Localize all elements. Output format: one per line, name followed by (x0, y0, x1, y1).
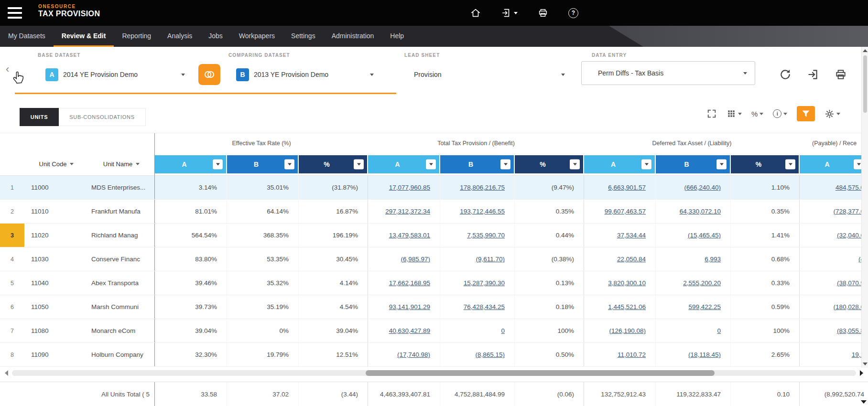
value-link-cell[interactable]: 64,330,072.10 (656, 200, 731, 223)
value-link-cell[interactable]: 17,077,960.85 (368, 176, 440, 199)
unit-code-cell[interactable]: 11020 (24, 224, 88, 247)
info-icon[interactable]: i (773, 109, 787, 118)
scroll-up-icon[interactable] (863, 49, 868, 52)
value-link-cell[interactable]: 40,630,427.89 (368, 319, 440, 342)
value-link-cell[interactable]: (15,465.45) (656, 224, 731, 247)
column-header-pct[interactable]: % (299, 155, 368, 173)
comparing-dataset-select[interactable]: B 2013 YE Provision Demo (236, 64, 374, 85)
page-scroll-down-icon[interactable] (861, 400, 867, 404)
column-menu-button[interactable] (500, 159, 510, 169)
value-link-cell[interactable]: 599,422.25 (656, 295, 731, 319)
value-link-cell[interactable]: (666,240.40) (656, 176, 731, 199)
nav-item-administration[interactable]: Administration (324, 26, 382, 47)
help-icon[interactable]: ? (568, 8, 578, 18)
unit-name-cell[interactable]: Conserve Financ (88, 247, 155, 271)
tab-sub-consolidations[interactable]: SUB-CONSOLIDATIONS (59, 108, 146, 126)
column-menu-button[interactable] (641, 159, 651, 169)
value-link-cell[interactable]: 1,445,521.06 (584, 295, 656, 319)
table-row[interactable]: 611050Marsh Communi39.73%35.19%4.54%93,1… (0, 295, 868, 319)
lead-sheet-select[interactable]: Provision (414, 64, 565, 85)
value-link-cell[interactable]: 2,555,200.20 (656, 271, 731, 295)
data-entry-select[interactable]: Perm Diffs - Tax Basis (581, 61, 755, 85)
value-link-cell[interactable]: 22,050.84 (584, 247, 656, 271)
column-menu-button[interactable] (426, 159, 436, 169)
value-link-cell[interactable]: (83,055.8 (800, 319, 868, 342)
nav-item-my-datasets[interactable]: My Datasets (0, 26, 54, 47)
value-link-cell[interactable]: 19,1 (800, 343, 868, 366)
value-link-cell[interactable]: (126,190.08) (584, 319, 656, 342)
column-header-b[interactable]: B (227, 155, 299, 173)
value-link-cell[interactable]: (4 (800, 247, 868, 271)
nav-item-review-edit[interactable]: Review & Edit (54, 26, 114, 47)
value-link-cell[interactable]: (17,740.98) (368, 343, 440, 366)
column-header-b[interactable]: B (656, 155, 731, 173)
value-link-cell[interactable]: 7,535,990.70 (440, 224, 515, 247)
filter-sort-button[interactable] (797, 106, 815, 121)
column-header-pct[interactable]: % (731, 155, 800, 173)
table-row[interactable]: 511040Abex Transporta39.46%35.32%4.14%17… (0, 271, 868, 295)
value-link-cell[interactable]: 6,993 (656, 247, 731, 271)
unit-code-header[interactable]: Unit Code (24, 153, 88, 176)
unit-name-cell[interactable]: Frankfurt Manufa (88, 200, 155, 223)
column-menu-button[interactable] (354, 159, 364, 169)
scrollbar-thumb[interactable] (366, 370, 715, 376)
value-link-cell[interactable]: 3,820,300.10 (584, 271, 656, 295)
unit-code-cell[interactable]: 11090 (24, 343, 88, 366)
value-link-cell[interactable]: (18,118.45) (656, 343, 731, 366)
column-header-pct[interactable]: % (515, 155, 584, 173)
value-link-cell[interactable]: 11,010.72 (584, 343, 656, 366)
table-row[interactable]: 711080Monarch eCom39.04%0%39.04%40,630,4… (0, 319, 868, 343)
column-header-b[interactable]: B (440, 155, 515, 173)
value-link-cell[interactable]: 0 (440, 319, 515, 342)
column-menu-button[interactable] (213, 159, 223, 169)
column-menu-button[interactable] (284, 159, 294, 169)
fullscreen-icon[interactable] (706, 108, 717, 119)
table-row[interactable]: 111000MDS Enterprises...3.14%35.01%(31.8… (0, 176, 868, 200)
value-link-cell[interactable]: (9,611.70) (440, 247, 515, 271)
unit-code-cell[interactable]: 11030 (24, 247, 88, 271)
value-link-cell[interactable]: (38,070.9 (800, 271, 868, 295)
value-link-cell[interactable]: 93,141,901.29 (368, 295, 440, 319)
unit-name-cell[interactable]: Holburn Company (88, 343, 155, 366)
unit-name-cell[interactable]: Richland Manag (88, 224, 155, 247)
vertical-scrollbar[interactable] (861, 47, 868, 368)
unit-code-cell[interactable]: 11080 (24, 319, 88, 342)
value-link-cell[interactable]: 178,806,216.75 (440, 176, 515, 199)
table-row[interactable]: 811090Holburn Company32.30%19.79%12.51%(… (0, 343, 868, 367)
value-link-cell[interactable]: 37,534.44 (584, 224, 656, 247)
value-link-cell[interactable]: 0 (656, 319, 731, 342)
unit-name-header[interactable]: Unit Name (88, 153, 155, 176)
data-export-icon[interactable] (501, 8, 518, 18)
column-menu-button[interactable] (570, 159, 580, 169)
nav-item-workpapers[interactable]: Workpapers (231, 26, 283, 47)
column-menu-button[interactable] (716, 159, 727, 169)
horizontal-scrollbar[interactable] (0, 368, 868, 378)
home-icon[interactable] (470, 8, 481, 18)
unit-name-cell[interactable]: MDS Enterprises... (88, 176, 155, 199)
value-link-cell[interactable]: 76,428,434.25 (440, 295, 515, 319)
unit-code-cell[interactable]: 11050 (24, 295, 88, 319)
value-link-cell[interactable]: 193,712,446.55 (440, 200, 515, 223)
unit-name-cell[interactable]: Monarch eCom (88, 319, 155, 342)
table-row[interactable]: 211010Frankfurt Manufa81.01%64.14%16.87%… (0, 200, 868, 224)
table-row[interactable]: 411030Conserve Financ83.80%53.35%30.45%(… (0, 247, 868, 271)
value-link-cell[interactable]: 6,663,901.57 (584, 176, 656, 199)
scroll-right-icon[interactable] (860, 370, 863, 376)
column-header-a[interactable]: A (155, 155, 227, 173)
nav-item-reporting[interactable]: Reporting (114, 26, 159, 47)
nav-item-settings[interactable]: Settings (283, 26, 324, 47)
columns-grid-icon[interactable] (727, 109, 742, 118)
value-link-cell[interactable]: 13,479,583.01 (368, 224, 440, 247)
nav-item-analysis[interactable]: Analysis (159, 26, 200, 47)
unit-code-cell[interactable]: 11010 (24, 200, 88, 223)
scrollbar-track[interactable] (12, 370, 856, 376)
value-link-cell[interactable]: (6,985.97) (368, 247, 440, 271)
value-link-cell[interactable]: (32,040.6 (800, 224, 868, 247)
value-link-cell[interactable]: 15,287,390.30 (440, 271, 515, 295)
nav-item-jobs[interactable]: Jobs (200, 26, 231, 47)
base-dataset-select[interactable]: A 2014 YE Provision Demo (45, 64, 185, 85)
value-link-cell[interactable]: (728,377.6 (800, 200, 868, 223)
percent-format-icon[interactable]: % (751, 110, 763, 118)
scroll-left-icon[interactable] (5, 370, 8, 376)
value-link-cell[interactable]: 297,312,372.34 (368, 200, 440, 223)
